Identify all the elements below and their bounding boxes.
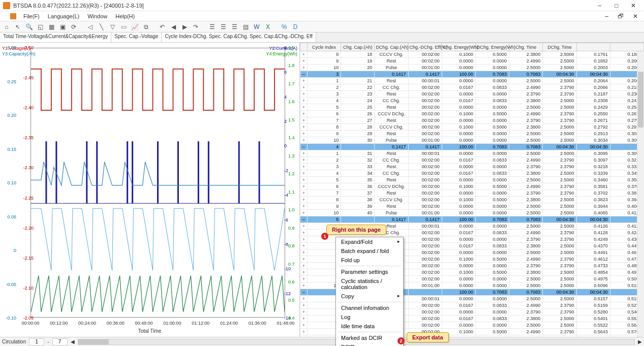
ctx-cyclic-statistics-calculation[interactable]: Cyclic statistics / calculation [336, 276, 403, 292]
ctx-copy[interactable]: Copy [336, 292, 403, 301]
col-header[interactable] [300, 43, 308, 51]
data-row[interactable]: +333Rest00:02:000.00000.00002.37902.3790… [300, 164, 644, 170]
col-header[interactable] [576, 43, 610, 51]
data-scrollbar[interactable] [637, 51, 644, 337]
chart-icon[interactable]: 📈 [130, 22, 139, 32]
data-row[interactable]: +1040Pulse00:01:000.00000.00002.50002.50… [300, 210, 644, 216]
chart-area[interactable] [30, 48, 285, 318]
data-row[interactable]: +828CCCV Chg.00:02:000.10000.50002.38002… [300, 124, 644, 131]
x-tick: 01:00:00 [163, 321, 181, 326]
col-header[interactable] [610, 43, 643, 51]
list3-icon[interactable]: ☰ [230, 22, 239, 32]
axis-tick: -6 [284, 217, 291, 223]
ctx-idle-time-data[interactable]: Idle time data [336, 322, 403, 331]
prev-icon[interactable]: ◀ [169, 22, 178, 32]
menu-icon [10, 13, 16, 19]
redo-icon[interactable]: ↷ [191, 22, 200, 32]
context-menu[interactable]: Expand/FoldBatch expand / foldFold upPar… [335, 237, 404, 346]
scroll-left-icon[interactable]: ◀ [71, 339, 75, 344]
menu-file[interactable]: File(F) [20, 13, 43, 19]
data-row[interactable]: +1020Pulse00:01:000.00000.00002.50002.50… [300, 65, 644, 71]
line-icon[interactable]: ╲ [97, 22, 106, 32]
list2-icon[interactable]: ☰ [219, 22, 228, 32]
data-row[interactable]: +939Rest00:02:000.00000.00002.50002.5000… [300, 203, 644, 210]
menu-window[interactable]: Window [84, 13, 110, 19]
data-row[interactable]: +424CC Chg.00:02:000.01670.08332.38002.5… [300, 98, 644, 104]
col-header[interactable]: DChg. Time [543, 43, 576, 51]
data-row[interactable]: +838CCCV Chg.00:02:000.10000.50002.38002… [300, 197, 644, 203]
ctx-marked-as-dcir[interactable]: Marked as DCIR [336, 333, 403, 342]
cycle-summary-row[interactable]: –50.14170.1417100.000.70830.708300:04:30… [300, 216, 644, 223]
home-icon[interactable]: ⌂ [2, 22, 11, 32]
zoom-icon[interactable]: 🔍 [24, 22, 34, 32]
scroll-right-icon[interactable]: ▶ [638, 339, 642, 344]
data-row[interactable]: +737Rest00:02:000.00000.00002.37902.3790… [300, 190, 644, 197]
undo-icon[interactable]: ↶ [158, 22, 167, 32]
axis-tick: 0.25 [2, 79, 16, 84]
axis-tick: 1.2 [288, 171, 298, 176]
cycle-summary-row[interactable]: –30.14170.1417100.000.70830.708300:04:30… [300, 71, 644, 78]
data-row[interactable]: +727Rest00:02:000.00000.00002.37902.3790… [300, 117, 644, 124]
back-icon[interactable]: ◁ [85, 22, 95, 32]
minimize-button[interactable]: – [592, 2, 607, 9]
data-row[interactable]: +525Rest00:02:000.00000.00002.50002.5000… [300, 104, 644, 111]
data-row[interactable]: +121Rest00:00:010.00000.00002.50002.5000… [300, 78, 644, 84]
cycle-summary-row[interactable]: –40.14170.1417100.000.70830.708300:04:30… [300, 144, 644, 150]
tab-spec-cap-voltage[interactable]: Spec. Cap.-Voltage [111, 33, 162, 42]
tab-main[interactable]: Total Time-Voltage&Current&Capacity&Ener… [0, 33, 111, 42]
layers-icon[interactable]: ▣ [58, 22, 67, 32]
refresh-icon[interactable]: ⟳ [69, 22, 78, 32]
d-icon[interactable]: D [291, 22, 300, 32]
data-row[interactable]: +929Rest00:02:000.00000.00002.50002.5000… [300, 131, 644, 137]
filter-icon[interactable]: ▽ [108, 22, 117, 32]
child-restore-button[interactable]: 🗗 [615, 13, 627, 20]
col-header[interactable]: Chg. Energy(Wh) [442, 43, 475, 51]
data-row[interactable]: +222CC Chg.00:02:000.01670.08332.49902.3… [300, 84, 644, 91]
ctx-expand-fold[interactable]: Expand/Fold [336, 237, 403, 246]
close-button[interactable]: ✕ [626, 2, 641, 9]
ctx-fold-up[interactable]: Fold up [336, 256, 403, 265]
data-row[interactable]: +131Rest00:00:010.00000.00002.50002.5000… [300, 150, 644, 157]
ctx-dcir[interactable]: DCIR [336, 342, 403, 346]
data-row[interactable]: +535Rest00:02:000.00000.00002.50002.5000… [300, 177, 644, 183]
circulation-to[interactable] [52, 338, 68, 345]
excel-icon[interactable]: X [263, 22, 272, 32]
cursor-icon[interactable]: ↖ [13, 22, 22, 32]
ctx-log[interactable]: Log [336, 312, 403, 322]
ctx-batch-expand-fold[interactable]: Batch expand / fold [336, 246, 403, 256]
table-icon[interactable]: ▤ [241, 22, 250, 32]
maximize-button[interactable]: □ [609, 2, 624, 9]
child-minimize-button[interactable]: – [602, 13, 611, 20]
menu-help[interactable]: Help(H) [112, 13, 138, 19]
axis-tick: 0.9 [288, 226, 298, 231]
data-row[interactable]: +232CC Chg.00:02:000.01670.08332.49902.3… [300, 157, 644, 164]
data-row[interactable]: +919Rest00:02:000.00000.00002.49902.5000… [300, 58, 644, 65]
next-icon[interactable]: ▶ [180, 22, 189, 32]
data-row[interactable]: +818CCCV Chg.00:02:000.10000.50002.38002… [300, 51, 644, 58]
word-icon[interactable]: W [252, 22, 261, 32]
list1-icon[interactable]: ☰ [207, 22, 217, 32]
col-header[interactable]: Chg. Cap.(Ah) [341, 43, 375, 51]
grid-icon[interactable]: ▦ [47, 22, 56, 32]
col-header[interactable]: Chg.-DChg. Eff(%) [408, 43, 442, 51]
axis-tick: 0 [284, 143, 291, 148]
data-row[interactable]: +434CC Chg.00:02:000.01670.08332.38002.5… [300, 170, 644, 177]
col-header[interactable]: DChg. Cap.(Ah) [375, 43, 408, 51]
ctx-channel-infomation[interactable]: Channel infomation [336, 303, 403, 312]
data-row[interactable]: +323Rest00:02:000.00000.00002.37902.3790… [300, 91, 644, 98]
copy-icon[interactable]: ⧉ [141, 22, 150, 32]
menu-language[interactable]: Language(L) [45, 13, 82, 19]
shapes-icon[interactable]: ▭ [119, 22, 128, 32]
data-row[interactable]: +626CCCV DChg.00:02:000.10000.50002.4990… [300, 111, 644, 117]
child-close-button[interactable]: ✕ [630, 13, 641, 20]
axis-tick: 1.1 [288, 190, 298, 195]
col-header[interactable]: Cycle Index [308, 43, 341, 51]
ctx-parameter-settings[interactable]: Parameter settings [336, 267, 403, 276]
zoom-area-icon[interactable]: ◱ [36, 22, 45, 32]
col-header[interactable]: DChg. Energy(Wh) [475, 43, 509, 51]
data-row[interactable]: +1030Pulse00:01:000.00000.00002.50002.50… [300, 137, 644, 144]
tab-cycle-eff[interactable]: Cycle Index-DChg. Spec. Cap.&Chg. Spec. … [162, 33, 316, 42]
data-row[interactable]: +636CCCV DChg.00:02:000.10000.50002.4990… [300, 183, 644, 190]
circulation-from[interactable] [29, 338, 44, 345]
percent-icon[interactable]: % [280, 22, 289, 32]
